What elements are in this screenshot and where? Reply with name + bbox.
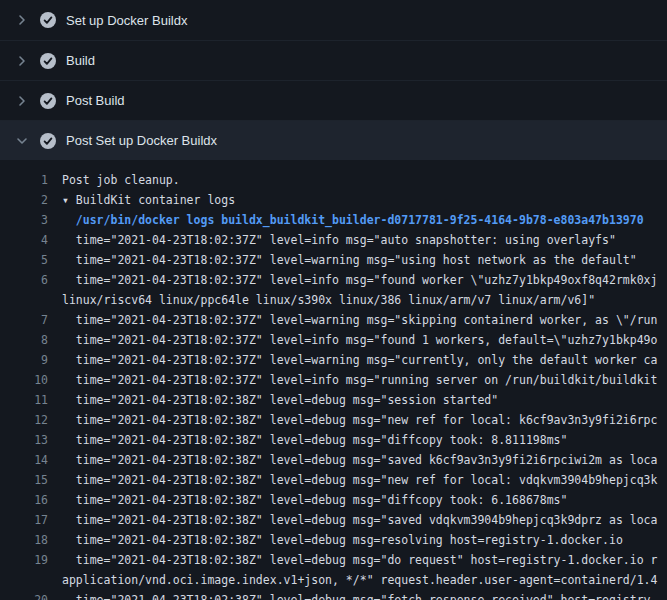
log-line-text: time="2021-04-23T18:02:38Z" level=debug … [48, 490, 567, 510]
log-line-text: linux/riscv64 linux/ppc64le linux/s390x … [48, 290, 595, 310]
line-number[interactable]: 12 [0, 410, 48, 430]
line-number[interactable]: 17 [0, 510, 48, 530]
chevron-down-icon [14, 133, 30, 149]
line-number[interactable]: 9 [0, 350, 48, 370]
log-group-toggle[interactable]: ▾ BuildKit container logs [48, 190, 235, 210]
step-list: Set up Docker Buildx Build P [0, 0, 667, 160]
log-line-text: time="2021-04-23T18:02:38Z" level=debug … [48, 390, 498, 410]
step-label: Post Set up Docker Buildx [66, 133, 217, 148]
log-line-text: time="2021-04-23T18:02:38Z" level=debug … [48, 430, 567, 450]
line-number[interactable]: 19 [0, 550, 48, 570]
log-line-text: time="2021-04-23T18:02:37Z" level=info m… [48, 230, 616, 250]
line-number[interactable]: 6 [0, 270, 48, 290]
log-row: 8 time="2021-04-23T18:02:37Z" level=info… [0, 330, 667, 350]
check-circle-icon [40, 133, 56, 149]
log-line-text: time="2021-04-23T18:02:37Z" level=warnin… [48, 310, 657, 330]
line-number[interactable]: 18 [0, 530, 48, 550]
line-number[interactable]: 2 [0, 190, 48, 210]
log-row: 20 time="2021-04-23T18:02:38Z" level=deb… [0, 590, 667, 600]
step-header-post-build[interactable]: Post Build [0, 80, 667, 120]
line-number[interactable]: 1 [0, 170, 48, 190]
log-row: 11 time="2021-04-23T18:02:38Z" level=deb… [0, 390, 667, 410]
log-line-text: time="2021-04-23T18:02:37Z" level=warnin… [48, 250, 637, 270]
log-row: 18 time="2021-04-23T18:02:38Z" level=deb… [0, 530, 667, 550]
chevron-right-icon [14, 93, 30, 109]
log-row: 2 ▾ BuildKit container logs [0, 190, 667, 210]
line-number [0, 570, 48, 590]
line-number[interactable]: 13 [0, 430, 48, 450]
line-number[interactable]: 15 [0, 470, 48, 490]
log-line-text: time="2021-04-23T18:02:37Z" level=warnin… [48, 350, 657, 370]
step-header-set-up-docker-buildx[interactable]: Set up Docker Buildx [0, 0, 667, 40]
line-number[interactable]: 16 [0, 490, 48, 510]
log-line-text: time="2021-04-23T18:02:38Z" level=debug … [48, 410, 657, 430]
step-label: Build [66, 53, 95, 68]
log-row: linux/riscv64 linux/ppc64le linux/s390x … [0, 290, 667, 310]
log-row: 16 time="2021-04-23T18:02:38Z" level=deb… [0, 490, 667, 510]
log-container: 1 Post job cleanup. 2 ▾ BuildKit contain… [0, 160, 667, 600]
chevron-right-icon [14, 53, 30, 69]
log-line-text: time="2021-04-23T18:02:38Z" level=debug … [48, 530, 623, 550]
log-command-text: /usr/bin/docker logs buildx_buildkit_bui… [48, 210, 644, 230]
log-line-text: time="2021-04-23T18:02:38Z" level=debug … [48, 590, 657, 600]
log-row: 10 time="2021-04-23T18:02:37Z" level=inf… [0, 370, 667, 390]
actions-log-viewer: Set up Docker Buildx Build P [0, 0, 667, 600]
log-row: 3 /usr/bin/docker logs buildx_buildkit_b… [0, 210, 667, 230]
step-header-build[interactable]: Build [0, 40, 667, 80]
line-number[interactable]: 8 [0, 330, 48, 350]
line-number[interactable]: 7 [0, 310, 48, 330]
log-row: 7 time="2021-04-23T18:02:37Z" level=warn… [0, 310, 667, 330]
log-line-text: Post job cleanup. [48, 170, 180, 190]
log-line-text: time="2021-04-23T18:02:37Z" level=info m… [48, 270, 657, 290]
log-line-text: time="2021-04-23T18:02:37Z" level=info m… [48, 370, 657, 390]
line-number [0, 290, 48, 310]
log-row: 5 time="2021-04-23T18:02:37Z" level=warn… [0, 250, 667, 270]
log-line-text: application/vnd.oci.image.index.v1+json,… [48, 570, 657, 590]
step-label: Post Build [66, 93, 125, 108]
step-header-post-set-up-docker-buildx[interactable]: Post Set up Docker Buildx [0, 120, 667, 160]
check-circle-icon [40, 53, 56, 69]
log-row: 6 time="2021-04-23T18:02:37Z" level=info… [0, 270, 667, 290]
line-number[interactable]: 3 [0, 210, 48, 230]
log-row: application/vnd.oci.image.index.v1+json,… [0, 570, 667, 590]
line-number[interactable]: 20 [0, 590, 48, 600]
log-row: 17 time="2021-04-23T18:02:38Z" level=deb… [0, 510, 667, 530]
line-number[interactable]: 5 [0, 250, 48, 270]
line-number[interactable]: 11 [0, 390, 48, 410]
chevron-right-icon [14, 12, 30, 28]
log-row: 14 time="2021-04-23T18:02:38Z" level=deb… [0, 450, 667, 470]
log-row: 4 time="2021-04-23T18:02:37Z" level=info… [0, 230, 667, 250]
log-row: 19 time="2021-04-23T18:02:38Z" level=deb… [0, 550, 667, 570]
line-number[interactable]: 10 [0, 370, 48, 390]
step-label: Set up Docker Buildx [66, 13, 187, 28]
check-circle-icon [40, 12, 56, 28]
log-line-text: time="2021-04-23T18:02:37Z" level=info m… [48, 330, 657, 350]
log-line-text: time="2021-04-23T18:02:38Z" level=debug … [48, 470, 657, 490]
log-line-text: time="2021-04-23T18:02:38Z" level=debug … [48, 450, 657, 470]
log-line-text: time="2021-04-23T18:02:38Z" level=debug … [48, 550, 657, 570]
log-row: 13 time="2021-04-23T18:02:38Z" level=deb… [0, 430, 667, 450]
line-number[interactable]: 14 [0, 450, 48, 470]
log-line-text: time="2021-04-23T18:02:38Z" level=debug … [48, 510, 657, 530]
check-circle-icon [40, 93, 56, 109]
line-number[interactable]: 4 [0, 230, 48, 250]
log-row: 12 time="2021-04-23T18:02:38Z" level=deb… [0, 410, 667, 430]
log-row: 1 Post job cleanup. [0, 170, 667, 190]
log-row: 9 time="2021-04-23T18:02:37Z" level=warn… [0, 350, 667, 370]
log-row: 15 time="2021-04-23T18:02:38Z" level=deb… [0, 470, 667, 490]
